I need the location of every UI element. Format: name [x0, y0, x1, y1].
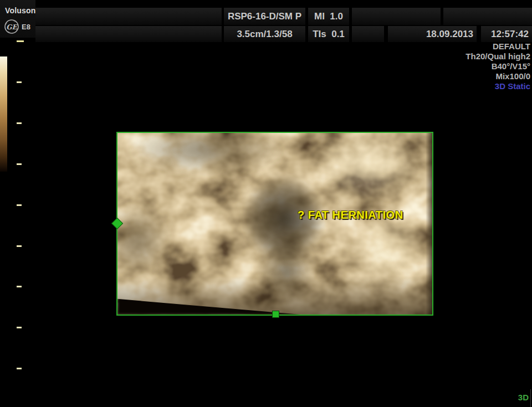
preset-label: DEFAULT	[466, 42, 530, 51]
brand-name: Voluson	[5, 6, 36, 15]
mix-label: Mix100/0	[466, 71, 530, 81]
svg-text:GE: GE	[6, 23, 18, 31]
depth-tick	[17, 327, 22, 328]
depth-tick	[17, 81, 22, 83]
depth-tick	[17, 122, 22, 124]
shadow-region	[117, 194, 178, 288]
settings-panel: DEFAULT Th20/Qual high2 B40°/V15° Mix100…	[466, 42, 530, 91]
probe-label: RSP6-16-D/SM P	[228, 11, 301, 22]
scan-params-label: 3.5cm/1.3/58	[237, 29, 292, 40]
render-colormap-bar	[0, 56, 7, 172]
depth-tick	[17, 245, 22, 247]
depth-tick	[17, 368, 22, 369]
status-cell-blank-r1c	[443, 8, 532, 25]
status-cell-probe: RSP6-16-D/SM P	[224, 8, 305, 25]
angles-label: B40°/V15°	[466, 61, 530, 71]
ti-label: TIs 0.1	[313, 29, 345, 40]
ultrasound-render: ? FAT HERNIATION	[117, 133, 432, 315]
status-cell-scan-params: 3.5cm/1.3/58	[224, 26, 305, 42]
status-cell-mi: MI 1.0	[308, 8, 349, 25]
acquisition-mode-label: 3D Static	[466, 81, 530, 91]
status-cell-ti: TIs 0.1	[308, 26, 349, 42]
roi-bottom-handle[interactable]	[272, 311, 279, 318]
date-label: 18.09.2013	[426, 29, 473, 40]
mi-label: MI 1.0	[314, 11, 343, 22]
status-cell-blank-r1a	[35, 8, 222, 25]
depth-tick	[17, 286, 22, 287]
brand-model: E8	[22, 23, 30, 31]
ultrasound-screen: Voluson GE E8 RSP6-16-D/SM P MI 1.0 3.5c…	[0, 0, 532, 407]
brand-panel: Voluson GE E8	[0, 0, 35, 38]
render-roi-box[interactable]: ? FAT HERNIATION	[116, 132, 433, 316]
accent-dash	[17, 40, 24, 42]
depth-tick	[17, 204, 22, 206]
time-label: 12:57:42	[491, 29, 529, 40]
mode-indicator: 3D	[518, 393, 529, 402]
status-cell-time: 12:57:42	[481, 26, 532, 42]
quality-label: Th20/Qual high2	[466, 51, 530, 61]
ge-logo-icon: GE	[4, 19, 19, 34]
status-cell-blank-r1b	[352, 8, 441, 25]
status-cell-blank-r2b	[352, 26, 384, 42]
annotation-text[interactable]: ? FAT HERNIATION	[298, 209, 403, 221]
mode-divider-line	[530, 389, 531, 407]
status-cell-date: 18.09.2013	[388, 26, 477, 42]
shadow-region	[426, 133, 432, 315]
status-cell-blank-r2a	[35, 26, 222, 42]
depth-tick	[17, 163, 22, 165]
